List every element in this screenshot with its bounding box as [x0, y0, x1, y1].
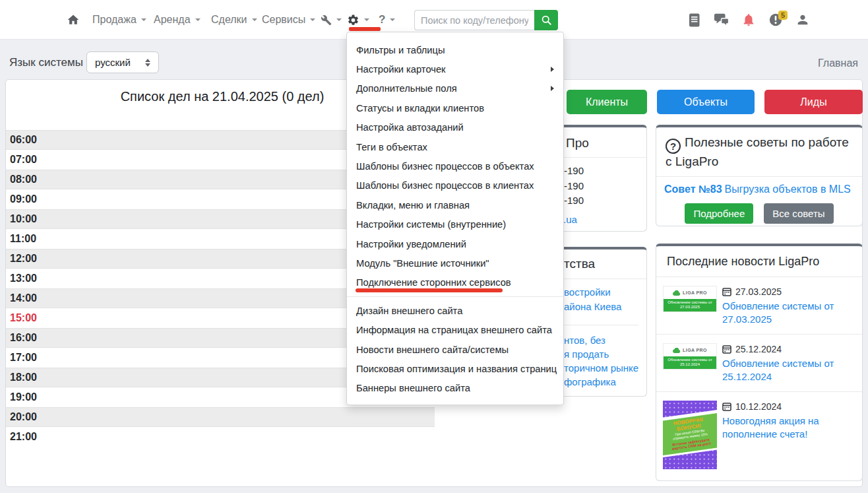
menu-item[interactable]: Настройки системы (внутренние) — [347, 215, 563, 234]
annotation-menu-underline — [356, 288, 503, 292]
news-panel-title: Последние новости LigaPro — [656, 246, 862, 277]
schedule-row[interactable]: 20:00 — [6, 407, 435, 427]
alerts-button[interactable]: 5 — [768, 12, 784, 28]
schedule-row-time: 17:00 — [10, 352, 37, 363]
nav-item-label: Сервисы — [262, 14, 305, 26]
annotation-gear-underline — [349, 27, 381, 31]
language-value: русский — [95, 57, 131, 68]
site-link-fragment[interactable]: .ua — [563, 214, 577, 225]
menu-item[interactable]: Модуль "Внешние источники" — [347, 253, 563, 273]
schedule-row-time: 12:00 — [10, 253, 37, 264]
ligapro-logo-icon — [673, 290, 681, 296]
nav-item-label: Аренда — [154, 14, 191, 26]
tips-panel: ?Полезные советы по работе с LigaPro Сов… — [656, 125, 863, 226]
menu-item[interactable]: Настройка автозаданий — [347, 118, 563, 137]
messages-button[interactable] — [714, 12, 729, 28]
search-button[interactable] — [534, 10, 558, 30]
menu-item[interactable]: Теги в объектах — [347, 137, 563, 156]
tip-link[interactable]: Выгрузка объектов в MLS — [725, 183, 851, 195]
news-thumbnail[interactable]: LIGA PRO Обновление системы от 25.12.202… — [663, 343, 717, 370]
tips-panel-body: Совет №83Выгрузка объектов в MLS Подробн… — [656, 177, 862, 224]
nav-item-arenda[interactable]: Аренда — [154, 0, 201, 40]
menu-item[interactable]: Статусы и вкладки клиентов — [347, 98, 563, 117]
about-panel-title-fragment: Про — [566, 136, 589, 150]
schedule-row-time: 14:00 — [10, 292, 37, 304]
wrench-icon — [321, 15, 332, 26]
menu-item[interactable]: Шаблоны бизнес процессов в клиентах — [347, 176, 563, 195]
menu-item[interactable]: Дизайн внешнего сайта — [347, 301, 563, 320]
news-panel: Последние новости LigaPro LIGA PRO Обнов… — [656, 244, 863, 481]
breadcrumb[interactable]: Главная — [818, 57, 858, 69]
schedule-row-time: 07:00 — [10, 154, 37, 165]
menu-item[interactable]: Информация на страницах внешнего сайта — [347, 320, 563, 339]
chevron-down-icon — [336, 18, 342, 21]
phone-fragment: -190 — [564, 195, 584, 206]
advantages-panel-title-fragment: тства — [564, 257, 595, 271]
menu-item[interactable]: Настройки уведомлений — [347, 234, 563, 253]
menu-item[interactable]: Дополнительные поля — [347, 79, 563, 98]
advantage-link-fragment[interactable]: фографика — [564, 376, 616, 387]
ligapro-logo-icon — [673, 348, 681, 353]
tip-all-button[interactable]: Все советы — [764, 203, 833, 224]
submenu-arrow-icon — [551, 67, 554, 72]
profile-button[interactable] — [795, 12, 811, 28]
search-bar — [414, 10, 558, 30]
schedule-row-time: 06:00 — [10, 134, 37, 145]
submenu-arrow-icon — [551, 86, 554, 91]
advantage-link-fragment[interactable]: я продать — [564, 348, 609, 360]
menu-item[interactable]: Новости внешнего сайта/системы — [347, 340, 563, 359]
menu-divider — [347, 296, 563, 297]
chevron-down-icon — [310, 18, 315, 21]
menu-item[interactable]: Настройки карточек — [347, 59, 563, 79]
tools-menu-button[interactable] — [321, 0, 342, 40]
navbar-icons: 5 — [687, 0, 811, 40]
calendar-icon — [722, 402, 731, 411]
person-icon — [795, 13, 810, 27]
menu-item[interactable]: Баннеры внешнего сайта — [347, 379, 563, 398]
schedule-row[interactable]: 21:00 — [6, 427, 435, 447]
menu-item[interactable]: Шаблоны бизнес процессов в объектах — [347, 156, 563, 176]
bell-icon — [741, 13, 756, 27]
objects-button[interactable]: Объекты — [657, 90, 755, 114]
schedule-row-time: 15:00 — [10, 312, 37, 323]
menu-item[interactable]: Фильтры и таблицы — [347, 40, 563, 59]
clients-button[interactable]: Клиенты — [567, 90, 647, 114]
home-icon — [67, 13, 80, 26]
advantage-link-fragment[interactable]: торичном рынке — [564, 362, 638, 374]
nav-item-label: Продажа — [92, 14, 137, 26]
news-thumbnail[interactable]: НОВОРІЧНІ БОНУСИ! При оплаті CRM Ви отри… — [663, 401, 717, 469]
nav-item-servisy[interactable]: Сервисы — [262, 0, 315, 40]
advantage-link-fragment[interactable]: востройки — [564, 286, 611, 298]
nav-item-sdelki[interactable]: Сделки — [211, 0, 257, 40]
tips-panel-title: ?Полезные советы по работе с LigaPro — [656, 127, 862, 177]
notifications-button[interactable] — [741, 12, 757, 28]
calendar-icon — [722, 345, 731, 354]
news-date: 25.12.2024 — [722, 343, 855, 354]
chat-icon — [714, 13, 729, 27]
schedule-row-time: 13:00 — [10, 273, 37, 284]
phone-fragment: -190 — [564, 180, 584, 191]
news-link[interactable]: Обновление системы от 27.03.2025 — [722, 300, 855, 326]
advantage-link-fragment[interactable]: нтов, без — [564, 335, 605, 346]
news-link[interactable]: Обновление системы от 25.12.2024 — [722, 357, 855, 383]
leads-button[interactable]: Лиды — [764, 90, 863, 114]
tip-details-button[interactable]: Подробнее — [685, 203, 753, 224]
search-icon — [541, 15, 552, 26]
schedule-row-time: 08:00 — [10, 174, 37, 185]
alerts-count-badge: 5 — [778, 11, 788, 20]
search-input[interactable] — [414, 10, 534, 30]
news-date: 27.03.2025 — [722, 286, 855, 297]
news-thumbnail[interactable]: LIGA PRO Обновление системы от 27.03.202… — [663, 286, 717, 312]
schedule-row-time: 19:00 — [10, 391, 37, 403]
nav-item-prodazha[interactable]: Продажа — [92, 0, 146, 40]
language-select[interactable]: русский — [86, 51, 159, 73]
journal-button[interactable] — [687, 12, 702, 28]
chevron-down-icon — [364, 18, 369, 21]
home-button[interactable] — [67, 0, 80, 40]
tip-number[interactable]: Совет №83 — [664, 183, 722, 195]
menu-item[interactable]: Вкладки, меню и главная — [347, 195, 563, 214]
advantage-link-fragment[interactable]: айона Киева — [564, 301, 621, 312]
schedule-row-time: 21:00 — [10, 431, 37, 442]
menu-item[interactable]: Поисковая оптимизация и названия страниц — [347, 359, 563, 378]
news-link[interactable]: Новогодняя акция на пополнение счета! — [722, 414, 855, 441]
